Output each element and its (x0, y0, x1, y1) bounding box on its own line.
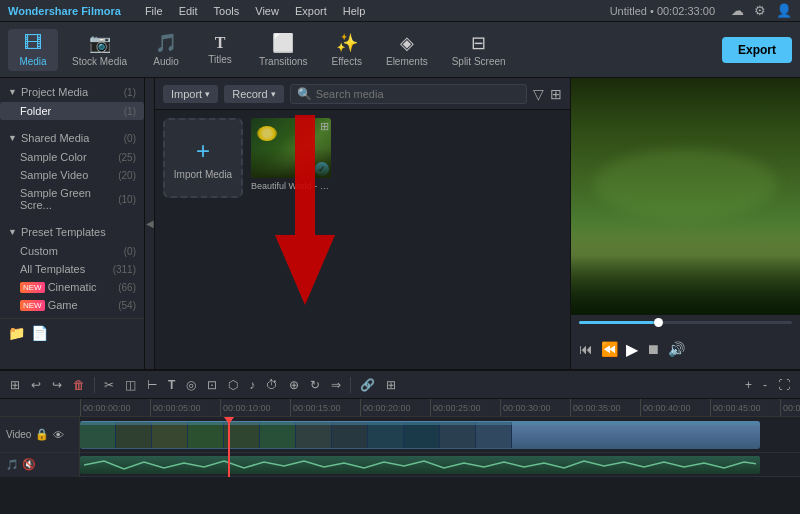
sidebar-item-cinematic[interactable]: NEW Cinematic (66) (0, 278, 144, 296)
sidebar-collapse-handle[interactable]: ◀ (145, 78, 155, 369)
audio-mute-icon[interactable]: 🔇 (22, 458, 36, 471)
import-media-label: Import Media (174, 169, 232, 180)
sidebar-shared-media-header[interactable]: ▼ Shared Media (0) (0, 128, 144, 148)
thumb-strip-1 (116, 422, 152, 448)
grid-icon[interactable]: ⊞ (550, 86, 562, 102)
tool-elements[interactable]: ◈ Elements (376, 28, 438, 71)
folder-label: Folder (20, 105, 51, 117)
track-eye-icon[interactable]: 👁 (53, 429, 64, 441)
preview-play-button[interactable]: ▶ (626, 340, 638, 359)
tool-titles[interactable]: T Titles (195, 30, 245, 69)
menu-view[interactable]: View (255, 5, 279, 17)
timeline-tracks: 00:00:00:00 00:00:05:00 00:00:10:00 00:0… (0, 399, 800, 514)
tool-audio[interactable]: 🎵 Audio (141, 28, 191, 71)
timeline-ruler: 00:00:00:00 00:00:05:00 00:00:10:00 00:0… (0, 399, 800, 417)
media-thumb-beautiful-world[interactable]: ⊞ ✓ Beautiful World - Wild A... (251, 118, 331, 198)
new-item-icon[interactable]: 📄 (31, 325, 48, 341)
tl-audio-button[interactable]: ♪ (245, 376, 259, 394)
import-label: Import (171, 88, 202, 100)
menu-file[interactable]: File (145, 5, 163, 17)
menu-export[interactable]: Export (295, 5, 327, 17)
sidebar-item-all-templates[interactable]: All Templates (311) (0, 260, 144, 278)
search-box[interactable]: 🔍 (290, 84, 527, 104)
thumb-strip-0 (80, 422, 116, 448)
game-label: Game (48, 299, 78, 311)
tool-effects[interactable]: ✨ Effects (322, 28, 372, 71)
filter-icon[interactable]: ▽ (533, 86, 544, 102)
sample-video-label: Sample Video (20, 169, 88, 181)
import-media-button[interactable]: + Import Media (163, 118, 243, 198)
tl-crop-button[interactable]: ⊡ (203, 376, 221, 394)
media-icon: 🎞 (24, 33, 42, 54)
tl-link-button[interactable]: ⊞ (382, 376, 400, 394)
tl-redo-button[interactable]: ↪ (48, 376, 66, 394)
sidebar-preset-templates-header[interactable]: ▼ Preset Templates (0, 222, 144, 242)
all-templates-label: All Templates (20, 263, 85, 275)
tl-trim-button[interactable]: ⊢ (143, 376, 161, 394)
preview-progress-knob[interactable] (654, 318, 663, 327)
tl-cut-button[interactable]: ✂ (100, 376, 118, 394)
preview-progress[interactable] (579, 321, 792, 324)
sidebar-item-sample-green[interactable]: Sample Green Scre... (10) (0, 184, 144, 214)
preview-stop-button[interactable]: ⏹ (646, 341, 660, 357)
export-button[interactable]: Export (722, 37, 792, 63)
media-content: + Import Media ⊞ ✓ Beautiful World - Wil… (155, 110, 570, 369)
ruler-mark-9: 00:00:45:00 (710, 399, 780, 416)
tl-fullscreen-button[interactable]: ⛶ (774, 376, 794, 394)
sidebar-item-game[interactable]: NEW Game (54) (0, 296, 144, 314)
preview-skip-back-button[interactable]: ⏮ (579, 341, 593, 357)
tl-color-button[interactable]: ⬡ (224, 376, 242, 394)
sidebar-section-preset-templates: ▼ Preset Templates Custom (0) All Templa… (0, 218, 144, 318)
preview-step-back-button[interactable]: ⏪ (601, 341, 618, 357)
video-track-content[interactable] (80, 417, 800, 452)
cloud-icon[interactable]: ☁ (731, 3, 744, 18)
tool-split-screen[interactable]: ⊟ Split Screen (442, 28, 516, 71)
tl-delete-button[interactable]: 🗑 (69, 376, 89, 394)
tl-speed-button[interactable]: ⏱ (262, 376, 282, 394)
audio-track-content[interactable] (80, 453, 800, 476)
tl-undo-button[interactable]: ↩ (27, 376, 45, 394)
sidebar-project-media-header[interactable]: ▼ Project Media (1) (0, 82, 144, 102)
tl-zoom-out-button[interactable]: - (759, 376, 771, 394)
account-icon[interactable]: 👤 (776, 3, 792, 18)
ruler-mark-7: 00:00:35:00 (570, 399, 640, 416)
track-lock-icon[interactable]: 🔒 (35, 428, 49, 441)
tool-media[interactable]: 🎞 Media (8, 29, 58, 71)
tool-transitions[interactable]: ⬜ Transitions (249, 28, 318, 71)
import-button[interactable]: Import ▾ (163, 85, 218, 103)
audio-clip[interactable] (80, 456, 760, 474)
tl-text-button[interactable]: T (164, 376, 179, 394)
tl-ai-button[interactable]: ↻ (306, 376, 324, 394)
sidebar-shared-media-badge: (0) (124, 133, 136, 144)
sidebar-item-folder[interactable]: Folder (1) (0, 102, 144, 120)
tool-stock-media[interactable]: 📷 Stock Media (62, 28, 137, 71)
search-input[interactable] (316, 88, 520, 100)
tl-keyframe-button[interactable]: ◎ (182, 376, 200, 394)
sidebar-item-custom[interactable]: Custom (0) (0, 242, 144, 260)
app-name: Wondershare Filmora (8, 5, 121, 17)
tl-snap-button[interactable]: 🔗 (356, 376, 379, 394)
settings-icon[interactable]: ⚙ (754, 3, 766, 18)
tl-select-tool[interactable]: ⊞ (6, 376, 24, 394)
add-folder-icon[interactable]: 📁 (8, 325, 25, 341)
audio-waveform (84, 459, 756, 471)
menu-edit[interactable]: Edit (179, 5, 198, 17)
thumb-strip-3 (188, 422, 224, 448)
menu-help[interactable]: Help (343, 5, 366, 17)
thumb-strip-5 (260, 422, 296, 448)
tool-titles-label: Titles (208, 54, 232, 65)
effects-icon: ✨ (336, 32, 358, 54)
sidebar-item-sample-video[interactable]: Sample Video (20) (0, 166, 144, 184)
tl-more-button[interactable]: ⇒ (327, 376, 345, 394)
sidebar-shared-media-label: Shared Media (21, 132, 90, 144)
preview-progress-bar[interactable] (571, 315, 800, 329)
record-button[interactable]: Record ▾ (224, 85, 283, 103)
tl-split-button[interactable]: ◫ (121, 376, 140, 394)
preview-volume-button[interactable]: 🔊 (668, 341, 685, 357)
tl-stabilize-button[interactable]: ⊕ (285, 376, 303, 394)
video-clip[interactable] (80, 421, 760, 449)
menu-tools[interactable]: Tools (214, 5, 240, 17)
tl-zoom-in-button[interactable]: + (741, 376, 756, 394)
sidebar-item-sample-color[interactable]: Sample Color (25) (0, 148, 144, 166)
thumb-strip-10 (440, 422, 476, 448)
